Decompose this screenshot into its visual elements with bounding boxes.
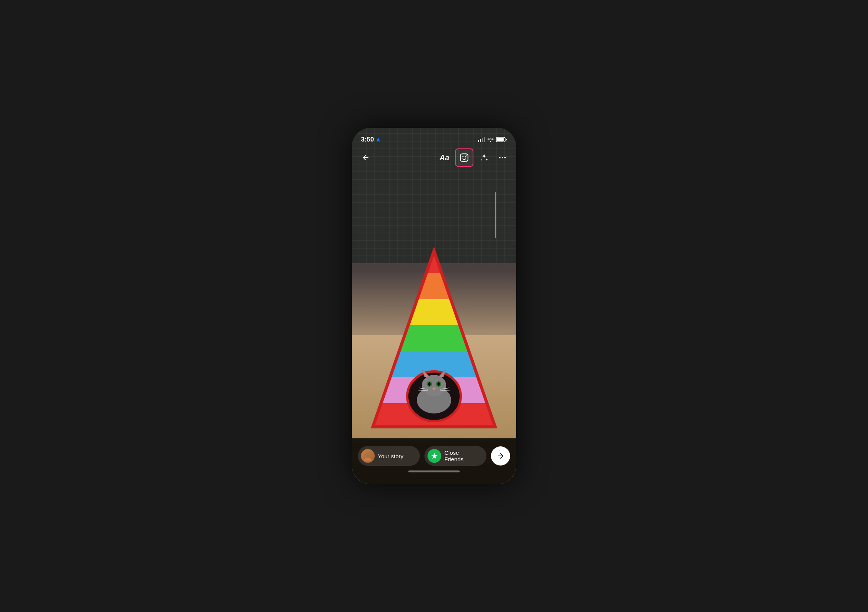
close-friends-label: Close Friends	[444, 449, 480, 462]
cable-detail	[495, 192, 496, 238]
phone-frame: 3:50	[352, 128, 516, 484]
svg-point-20	[437, 382, 440, 386]
svg-point-39	[364, 458, 372, 461]
tent-shape	[369, 247, 499, 431]
svg-point-38	[366, 452, 370, 457]
star-icon	[431, 452, 438, 460]
status-icons	[478, 137, 507, 142]
svg-rect-27	[480, 139, 481, 142]
bottom-bar: Your story Close Friends	[352, 438, 516, 484]
more-options-button[interactable]	[495, 150, 510, 165]
home-indicator	[408, 470, 460, 472]
more-icon	[498, 153, 507, 162]
bottom-actions: Your story Close Friends	[352, 438, 516, 466]
effects-tool-button[interactable]	[476, 150, 492, 165]
svg-point-35	[499, 157, 501, 158]
avatar-image	[362, 451, 373, 461]
user-avatar	[361, 449, 375, 463]
text-tool-label: Aa	[439, 153, 449, 162]
status-time: 3:50	[361, 136, 381, 143]
your-story-button[interactable]: Your story	[358, 446, 420, 466]
time-display: 3:50	[361, 136, 374, 143]
photo-background	[352, 128, 516, 484]
close-friends-button[interactable]: Close Friends	[424, 446, 486, 466]
svg-rect-31	[497, 138, 504, 142]
location-icon	[375, 137, 381, 142]
send-button[interactable]	[491, 446, 510, 466]
svg-point-37	[504, 157, 506, 158]
sticker-tool-button[interactable]	[455, 148, 473, 167]
svg-point-33	[462, 156, 463, 157]
back-button[interactable]	[358, 150, 373, 165]
svg-rect-3	[369, 299, 499, 325]
svg-rect-2	[369, 273, 499, 299]
toolbar-center: Aa	[437, 148, 510, 167]
sparkle-icon	[480, 153, 489, 162]
svg-point-12	[422, 375, 446, 396]
svg-rect-28	[482, 138, 483, 142]
send-arrow-icon	[496, 452, 505, 460]
rainbow-tent	[369, 247, 499, 431]
svg-point-36	[502, 157, 503, 158]
svg-rect-32	[460, 154, 468, 161]
toolbar: Aa	[352, 147, 516, 168]
close-friends-icon	[427, 449, 441, 463]
svg-rect-4	[369, 325, 499, 351]
your-story-label: Your story	[378, 453, 403, 459]
wifi-icon	[487, 137, 494, 142]
svg-point-34	[465, 156, 466, 157]
svg-rect-29	[484, 137, 485, 142]
text-tool-button[interactable]: Aa	[437, 150, 452, 165]
status-bar: 3:50	[352, 128, 516, 147]
back-icon	[361, 153, 370, 162]
svg-point-21	[432, 387, 436, 390]
svg-rect-26	[478, 140, 479, 142]
battery-icon	[496, 137, 507, 142]
svg-point-18	[428, 382, 431, 386]
signal-icon	[478, 137, 485, 142]
sticker-face-icon	[459, 153, 469, 163]
photo-area	[352, 128, 516, 484]
